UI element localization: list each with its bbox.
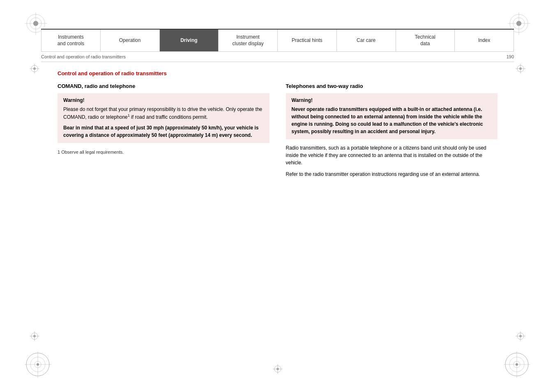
right-warning-box: Warning! Never operate radio transmitter…	[286, 93, 498, 139]
right-body-text-1: Radio transmitters, such as a portable t…	[286, 144, 498, 166]
bottom-right-corner-decoration	[504, 351, 530, 380]
left-warning-bold: Bear in mind that at a speed of just 30 …	[63, 124, 264, 139]
page-header-title: Control and operation of radio transmitt…	[41, 54, 490, 59]
nav-item-instrument-cluster-display[interactable]: Instrument cluster display	[219, 30, 278, 51]
left-reg-mark-bottom	[30, 331, 39, 343]
nav-item-instruments-and-controls[interactable]: Instruments and controls	[41, 30, 101, 51]
left-warning-label: Warning!	[63, 97, 264, 103]
two-column-layout: COMAND, radio and telephone Warning! Ple…	[58, 83, 497, 182]
nav-item-index[interactable]: Index	[455, 30, 514, 51]
left-warning-text2: if road and traffic conditions permit.	[130, 114, 208, 120]
main-content: Control and operation of radio transmitt…	[41, 62, 514, 190]
center-bottom-reg-mark	[273, 364, 283, 376]
nav-item-practical-hints[interactable]: Practical hints	[278, 30, 337, 51]
section-title: Control and operation of radio transmitt…	[58, 70, 497, 76]
left-footnote: 1 Observe all legal requirements.	[58, 150, 269, 154]
nav-item-technical-data[interactable]: Technical data	[396, 30, 455, 51]
nav-item-operation[interactable]: Operation	[101, 30, 160, 51]
right-warning-label: Warning!	[292, 97, 492, 103]
right-warning-bold: Never operate radio transmitters equippe…	[292, 106, 492, 135]
left-reg-mark-top	[30, 64, 39, 75]
nav-item-driving[interactable]: Driving	[160, 30, 219, 51]
top-left-corner-decoration	[25, 12, 47, 37]
left-col-title: COMAND, radio and telephone	[58, 83, 269, 89]
top-right-corner-decoration	[508, 12, 530, 37]
left-warning-box: Warning! Please do not forget that your …	[58, 93, 269, 143]
right-reg-mark-top	[516, 64, 525, 75]
bottom-left-corner-decoration	[25, 351, 51, 380]
right-body-text-2: Refer to the radio transmitter operation…	[286, 171, 498, 178]
nav-item-car-care[interactable]: Car care	[337, 30, 396, 51]
right-reg-mark-bottom	[516, 331, 525, 343]
left-warning-text: Please do not forget that your primary r…	[63, 106, 264, 121]
page-header: Control and operation of radio transmitt…	[41, 52, 514, 62]
navigation-bar: Instruments and controls Operation Drivi…	[41, 29, 514, 52]
left-column: COMAND, radio and telephone Warning! Ple…	[58, 83, 269, 182]
right-col-title: Telephones and two-way radio	[286, 83, 498, 89]
page-number: 190	[507, 54, 514, 59]
right-column: Telephones and two-way radio Warning! Ne…	[286, 83, 498, 182]
